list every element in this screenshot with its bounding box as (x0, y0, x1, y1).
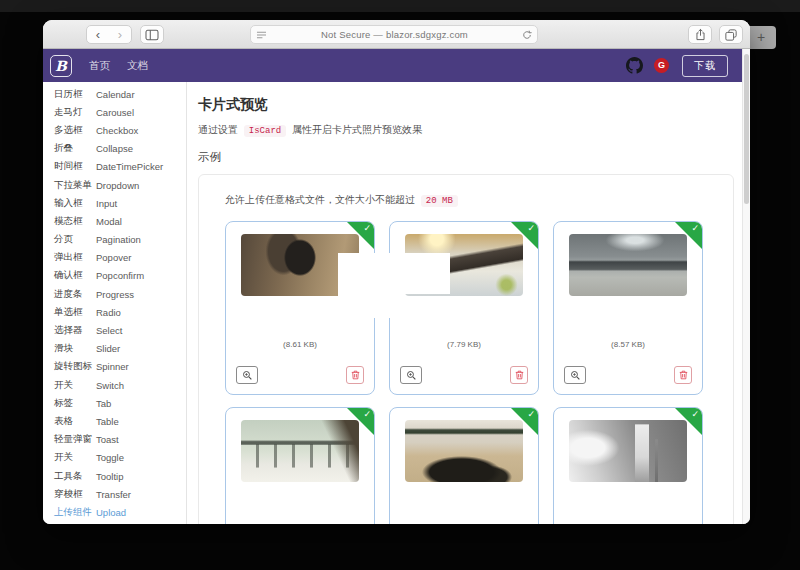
sidebar-item-label-en: DateTimePicker (96, 161, 163, 172)
sidebar-item-label-zh: 确认框 (54, 269, 96, 282)
sidebar-item-calendar[interactable]: 日历框Calendar (54, 85, 186, 103)
tab-overview-button[interactable] (719, 25, 743, 44)
refresh-icon[interactable] (522, 30, 532, 40)
sidebar-item-transfer[interactable]: 穿梭框Transfer (54, 485, 186, 503)
sidebar-item-select[interactable]: 选择器Select (54, 321, 186, 339)
app-body: 日历框Calendar走马灯Carousel多选框Checkbox折叠Colla… (43, 82, 742, 524)
sidebar-item-input[interactable]: 输入框Input (54, 194, 186, 212)
sidebar-item-table[interactable]: 表格Table (54, 412, 186, 430)
delete-file-button[interactable] (674, 366, 692, 384)
scrollbar-thumb[interactable] (744, 54, 749, 204)
forward-button[interactable]: › (109, 26, 131, 43)
sidebar-item-toast[interactable]: 轻量弹窗Toast (54, 431, 186, 449)
sidebar-item-label-en: Spinner (96, 361, 129, 372)
sidebar-item-label-en: Popover (96, 252, 131, 263)
share-icon (695, 28, 706, 41)
page-scrollbar[interactable] (742, 49, 750, 524)
check-icon: ✓ (691, 223, 699, 233)
sidebar-item-pagination[interactable]: 分页Pagination (54, 231, 186, 249)
upload-preview-card: ✓ (225, 407, 375, 524)
sidebar-item-slider[interactable]: 滑块Slider (54, 340, 186, 358)
check-icon: ✓ (691, 409, 699, 419)
address-text: Not Secure — blazor.sdgxgz.com (267, 29, 522, 40)
iscard-code-badge: IsCard (244, 125, 286, 137)
trash-icon (515, 370, 524, 380)
reader-icon[interactable] (256, 30, 267, 40)
back-button[interactable]: ‹ (87, 26, 109, 43)
history-nav-group: ‹ › (86, 25, 132, 44)
sidebar-item-label-en: Collapse (96, 143, 133, 154)
sidebar-item-popconfirm[interactable]: 确认框Popconfirm (54, 267, 186, 285)
upload-preview-card: ✓ (553, 407, 703, 524)
app-header: B 首页 文档 G 下载 (43, 49, 742, 82)
sidebar-item-label-zh: 上传组件 (54, 506, 96, 519)
gitee-icon[interactable]: G (654, 58, 669, 73)
card-button-row (564, 366, 692, 384)
sidebar-item-label-en: Transfer (96, 489, 131, 500)
sidebar-item-label-en: Checkbox (96, 125, 138, 136)
sidebar-item-progress[interactable]: 进度条Progress (54, 285, 186, 303)
upload-thumbnail-balcony-trees[interactable] (241, 420, 359, 482)
upload-demo-panel: 允许上传任意格式文件，文件大小不能超过 20 MB ✓(8.61 KB)✓(7.… (198, 174, 734, 524)
sidebar-item-modal[interactable]: 模态框Modal (54, 212, 186, 230)
sidebar-item-switch[interactable]: 开关Switch (54, 376, 186, 394)
sidebar-item-label-en: Tooltip (96, 471, 123, 482)
delete-file-button[interactable] (346, 366, 364, 384)
new-tab-button[interactable]: + (746, 26, 776, 49)
delete-file-button[interactable] (510, 366, 528, 384)
sidebar-item-label-en: Calendar (96, 89, 135, 100)
size-limit-badge: 20 MB (421, 195, 458, 207)
sidebar-item-label-zh: 时间框 (54, 160, 96, 173)
sidebar-item-label-en: Pagination (96, 234, 141, 245)
magnifier-plus-icon (570, 370, 581, 381)
check-icon: ✓ (363, 409, 371, 419)
sidebar-item-label-en: Toast (96, 434, 119, 445)
sidebar-item-dropdown[interactable]: 下拉菜单Dropdown (54, 176, 186, 194)
sidebar-toggle-button[interactable] (140, 25, 164, 44)
zoom-preview-button[interactable] (236, 366, 258, 384)
sidebar-item-label-en: Table (96, 416, 119, 427)
upload-hint: 允许上传任意格式文件，文件大小不能超过 20 MB (225, 193, 707, 207)
sidebar-item-label-en: Modal (96, 216, 122, 227)
github-icon[interactable] (626, 57, 643, 74)
nav-home[interactable]: 首页 (89, 59, 110, 73)
address-bar[interactable]: Not Secure — blazor.sdgxgz.com (250, 25, 538, 44)
zoom-preview-button[interactable] (564, 366, 586, 384)
sidebar-item-tooltip[interactable]: 工具条Tooltip (54, 467, 186, 485)
sidebar-item-spinner[interactable]: 旋转图标Spinner (54, 358, 186, 376)
sidebar-item-label-en: Carousel (96, 107, 134, 118)
sidebar-item-toggle[interactable]: 开关Toggle (54, 449, 186, 467)
sidebar-item-upload[interactable]: 上传组件Upload (54, 503, 186, 521)
main-content: 卡片式预览 通过设置 IsCard 属性开启卡片式照片预览效果 示例 允许上传任… (187, 82, 742, 524)
sidebar-item-tab[interactable]: 标签Tab (54, 394, 186, 412)
nav-docs[interactable]: 文档 (127, 59, 148, 73)
upload-thumbnail-beach-rocks[interactable] (405, 420, 523, 482)
upload-thumbnail-statue-liberty[interactable] (569, 420, 687, 482)
sidebar-item-label-zh: 弹出框 (54, 251, 96, 264)
component-sidebar: 日历框Calendar走马灯Carousel多选框Checkbox折叠Colla… (43, 82, 187, 524)
zoom-preview-button[interactable] (400, 366, 422, 384)
sidebar-item-collapse[interactable]: 折叠Collapse (54, 140, 186, 158)
sidebar-item-label-en: Radio (96, 307, 121, 318)
sidebar-list: 日历框Calendar走马灯Carousel多选框Checkbox折叠Colla… (54, 85, 186, 522)
sidebar-item-carousel[interactable]: 走马灯Carousel (54, 103, 186, 121)
sidebar-item-radio[interactable]: 单选框Radio (54, 303, 186, 321)
sidebar-item-label-zh: 标签 (54, 397, 96, 410)
share-button[interactable] (688, 25, 712, 44)
download-button[interactable]: 下载 (682, 55, 728, 77)
file-size-label: (8.61 KB) (226, 340, 374, 349)
sidebar-item-popover[interactable]: 弹出框Popover (54, 249, 186, 267)
sidebar-item-datetimepicker[interactable]: 时间框DateTimePicker (54, 158, 186, 176)
sidebar-item-label-zh: 进度条 (54, 288, 96, 301)
sidebar-item-label-en: Tab (96, 398, 111, 409)
upload-hint-text: 允许上传任意格式文件，文件大小不能超过 (225, 194, 415, 205)
sidebar-item-label-zh: 工具条 (54, 470, 96, 483)
upload-thumbnail-pier-bench[interactable] (569, 234, 687, 296)
sidebar-item-checkbox[interactable]: 多选框Checkbox (54, 121, 186, 139)
brand-logo[interactable]: B (50, 55, 72, 77)
card-button-row (236, 366, 364, 384)
section-title: 示例 (198, 150, 734, 165)
sidebar-item-label-zh: 模态框 (54, 215, 96, 228)
sidebar-item-label-en: Upload (96, 507, 126, 518)
sidebar-item-label-en: Progress (96, 289, 134, 300)
